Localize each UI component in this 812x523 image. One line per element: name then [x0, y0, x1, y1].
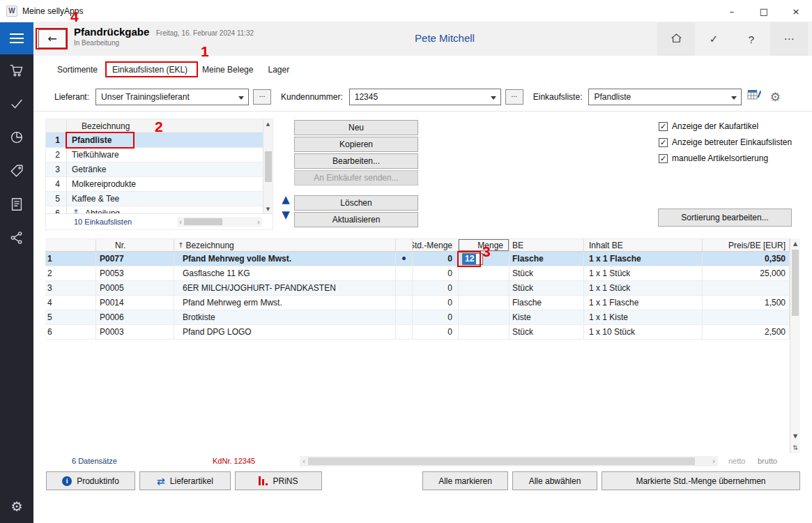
lieferant-more-button[interactable]: ...: [253, 89, 271, 105]
scroll-left-icon: ‹: [302, 457, 305, 465]
close-button[interactable]: ×: [780, 0, 812, 22]
article-row-p0077[interactable]: 1 P0077 Pfand Mehrweg volle Mwst. • 0 12…: [45, 252, 790, 266]
article-row-p0006[interactable]: 5 P0006 Brotkiste 0 Kiste 1 x 1 Kiste: [45, 310, 790, 325]
maximize-button[interactable]: □: [748, 0, 780, 22]
lieferartikel-button[interactable]: ⇄ Lieferartikel: [139, 471, 231, 490]
checkbox-anzeige-betreute[interactable]: ✓ Anzeige betreuter Einkaufslisten: [659, 137, 792, 147]
list-item[interactable]: 2 Tiefkühlware: [46, 148, 273, 162]
scrollbar-thumb[interactable]: [265, 151, 272, 182]
tab-meine-belege[interactable]: Meine Belege: [202, 65, 253, 75]
kundennummer-select[interactable]: 12345: [349, 89, 501, 105]
help-button[interactable]: ?: [733, 22, 770, 56]
list-item[interactable]: 4 Molkereiprodukte: [46, 177, 273, 192]
checkbox-anzeige-kaufartikel[interactable]: ✓ Anzeige der Kaufartikel: [659, 121, 792, 131]
kundennummer-value: 12345: [355, 92, 378, 102]
alle-abwaehlen-button[interactable]: Alle abwählen: [512, 471, 597, 490]
col-bezeichnung[interactable]: ↑Bezeichnung: [174, 239, 396, 251]
lieferant-label: Lieferant:: [54, 92, 89, 102]
article-row-p0053[interactable]: 2 P0053 Gasflasche 11 KG 0 Stück 1 x 1 S…: [45, 266, 790, 281]
move-down-button[interactable]: ▼: [282, 210, 290, 220]
sidebar-item-cart[interactable]: [0, 54, 33, 88]
kundennummer-more-button[interactable]: ...: [505, 89, 523, 105]
list-header-label: Bezeichnung: [82, 121, 130, 131]
alle-markieren-button[interactable]: Alle markieren: [422, 471, 508, 490]
sortierung-bearbeiten-button[interactable]: Sortierung bearbeiten...: [658, 209, 792, 227]
sidebar-item-catalog[interactable]: [0, 188, 33, 222]
col-std-menge[interactable]: Std.-Menge: [413, 239, 459, 251]
sidebar-item-offers[interactable]: [0, 155, 33, 188]
col-menge[interactable]: Menge: [459, 239, 510, 251]
prins-button[interactable]: PRiNS: [235, 471, 322, 490]
scroll-down-icon: ▼: [790, 433, 800, 439]
bearbeiten-button[interactable]: Bearbeiten...: [294, 153, 418, 169]
einkaufsliste-select[interactable]: Pfandliste: [588, 89, 742, 105]
scrollbar-thumb[interactable]: [308, 457, 695, 465]
window-title: Meine sellyApps: [22, 6, 83, 16]
home-button[interactable]: [657, 22, 695, 56]
confirm-button[interactable]: ✓: [695, 22, 733, 56]
scroll-left-icon: ‹: [179, 218, 182, 226]
sidebar-item-statistics[interactable]: [0, 121, 33, 155]
list-item[interactable]: 5 Kaffee & Tee: [46, 192, 273, 206]
col-rownum: [45, 239, 96, 251]
list-item[interactable]: 3 Getränke: [46, 162, 273, 177]
move-up-button[interactable]: ▲: [282, 195, 290, 205]
book-icon: [9, 197, 24, 214]
user-name[interactable]: Pete Mitchell: [415, 32, 475, 44]
loeschen-button[interactable]: Löschen: [294, 195, 418, 211]
scrollbar-thumb[interactable]: [792, 250, 799, 316]
maximize-icon: □: [760, 6, 768, 17]
close-icon: ×: [792, 6, 800, 17]
display-options: ✓ Anzeige der Kaufartikel ✓ Anzeige betr…: [659, 121, 792, 169]
article-row-p0003[interactable]: 6 P0003 Pfand DPG LOGO 0 Stück 1 x 10 St…: [45, 325, 790, 340]
list-vertical-scrollbar[interactable]: ▲ ▼: [263, 119, 273, 214]
scroll-right-icon: ›: [257, 218, 260, 226]
tab-einkaufslisten[interactable]: Einkaufslisten (EKL): [112, 65, 187, 75]
table-footer: 6 Datensätze KdNr. 12345 ‹ › netto brutt…: [45, 453, 800, 470]
back-button[interactable]: ←: [38, 29, 66, 48]
aktualisieren-button[interactable]: Aktualisieren: [294, 212, 418, 227]
tab-lager[interactable]: Lager: [268, 65, 289, 75]
markierte-std-menge-uebernehmen-button[interactable]: Markierte Std.-Menge übernehmen: [602, 471, 800, 490]
back-arrow-icon: ←: [47, 32, 56, 45]
sidebar: ⚙: [0, 22, 33, 523]
menge-input[interactable]: 12: [462, 253, 483, 265]
article-row-p0005[interactable]: 3 P0005 6ER MILCH/JOGHURT- PFANDKASTEN 0…: [45, 281, 790, 296]
col-preis[interactable]: Preis/BE [EUR]: [703, 239, 790, 251]
col-inhalt-be[interactable]: Inhalt BE: [584, 239, 703, 251]
list-item[interactable]: 6 Abteilung: [46, 206, 273, 213]
menu-button[interactable]: [0, 22, 33, 54]
sidebar-item-network[interactable]: [0, 222, 33, 255]
kopieren-button[interactable]: Kopieren: [294, 137, 418, 152]
brutto-toggle[interactable]: brutto: [758, 457, 777, 465]
table-vertical-scrollbar[interactable]: ▲ ▼ ⇅: [790, 238, 800, 453]
edit-list-button[interactable]: [746, 89, 763, 105]
minimize-icon: –: [730, 6, 735, 17]
question-icon: ?: [749, 33, 754, 45]
lieferant-select[interactable]: Unser Trainingslieferant: [95, 89, 249, 105]
page-title-block: Pfandrückgabe Freitag, 16. Februar 2024 …: [74, 26, 254, 47]
list-settings-button[interactable]: ⚙: [767, 89, 783, 105]
col-nr[interactable]: Nr.: [96, 239, 174, 251]
list-column-header[interactable]: Bezeichnung: [46, 119, 273, 133]
home-icon: [670, 32, 683, 47]
tab-sortimente[interactable]: Sortimente: [57, 65, 98, 75]
sidebar-item-settings[interactable]: ⚙: [0, 494, 33, 519]
checkbox-manuelle-sortierung[interactable]: ✓ manuelle Artikelsortierung: [659, 153, 792, 163]
menge-selected-text: 12: [463, 254, 476, 264]
einkaufslisten-panel: Bezeichnung 1 Pfandliste 2 Tiefkühlware …: [45, 119, 273, 230]
minimize-button[interactable]: –: [716, 0, 748, 22]
record-count: 6 Datensätze: [72, 457, 117, 465]
sidebar-item-tasks[interactable]: [0, 88, 33, 121]
table-horizontal-scrollbar[interactable]: ‹ ›: [300, 456, 718, 467]
more-button[interactable]: ⋯: [770, 22, 808, 56]
netto-toggle[interactable]: netto: [728, 457, 745, 465]
scrollbar-thumb[interactable]: [184, 218, 222, 225]
list-item-pfandliste[interactable]: 1 Pfandliste: [46, 133, 273, 148]
list-horizontal-scrollbar[interactable]: ‹ ›: [177, 217, 262, 227]
neu-button[interactable]: Neu: [294, 120, 418, 135]
article-row-p0014[interactable]: 4 P0014 Pfand Mehrweg erm Mwst. 0 Flasch…: [45, 296, 790, 310]
check-icon: [9, 96, 24, 114]
col-be[interactable]: BE: [510, 239, 584, 251]
produktinfo-button[interactable]: i Produktinfo: [46, 471, 135, 490]
